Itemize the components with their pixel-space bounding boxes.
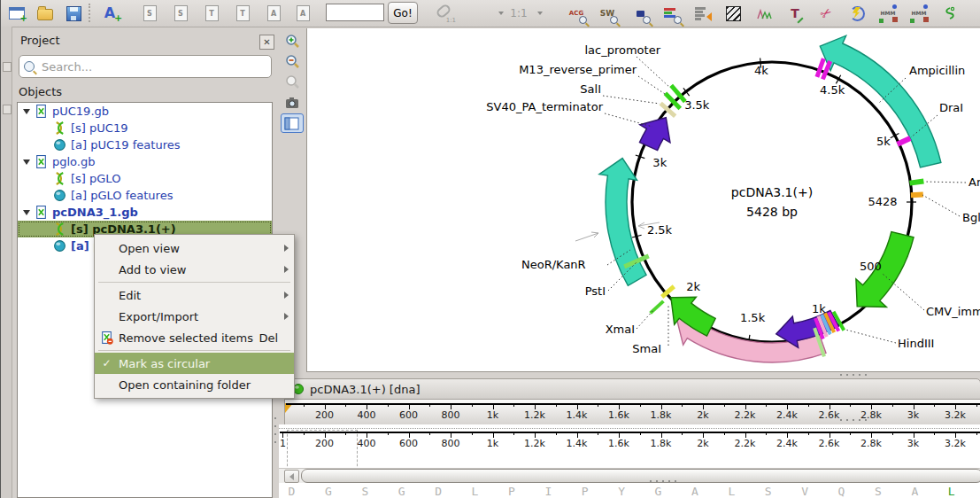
hmm-build-button[interactable]: HMM	[876, 2, 900, 25]
label-leader	[603, 96, 660, 104]
menu-item-label: Remove selected items	[119, 331, 259, 345]
overview-minor-tick	[598, 403, 598, 407]
tree-item-a-puc19-features[interactable]: [a] pUC19 features	[18, 136, 272, 153]
splitter-handle[interactable]	[840, 374, 867, 376]
sitecon-button[interactable]	[938, 2, 962, 25]
cloning-button[interactable]: ✂	[814, 2, 838, 25]
tree-item-s-pglo[interactable]: [s] pGLO	[18, 170, 272, 187]
project-search-box[interactable]	[19, 55, 272, 78]
hmm-search-button[interactable]: HMM	[907, 2, 931, 25]
vertical-splitter-handle[interactable]	[274, 417, 276, 447]
visible-range-box[interactable]	[287, 430, 358, 471]
feature-label-sali[interactable]: SalI	[580, 82, 601, 96]
feature-label-ampicillin[interactable]: Ampicillin	[909, 64, 965, 77]
site-mark[interactable]	[911, 194, 923, 195]
find-pattern-acg-button[interactable]: ACG	[564, 2, 589, 25]
splitter-handle[interactable]	[650, 480, 676, 482]
tree-item-pcdna3-1-gb[interactable]: pcDNA3_1.gb	[18, 204, 272, 221]
menu-item-open-view[interactable]: Open view	[95, 237, 294, 259]
doc-tool-s2-button[interactable]: S	[168, 2, 193, 25]
blue-dot-icon	[923, 4, 928, 9]
find-annotation-button[interactable]	[628, 2, 652, 25]
doc-tool-s1-button[interactable]: S	[137, 2, 162, 25]
remove-document-icon	[95, 331, 119, 345]
detail-minor-tick	[429, 432, 430, 435]
zoom-to-selection-button[interactable]: 1:1	[431, 2, 456, 25]
flag-icon	[637, 11, 644, 17]
chromatogram-button[interactable]	[752, 2, 776, 25]
sort-annotations-button[interactable]	[690, 2, 714, 25]
dotplot-button[interactable]	[721, 2, 745, 25]
tree-item-pglo-gb[interactable]: pglo.gb	[18, 153, 272, 170]
expand-arrow-icon[interactable]	[23, 109, 30, 114]
smith-waterman-button[interactable]: SW	[595, 2, 620, 25]
open-document-button[interactable]	[33, 2, 58, 25]
label-leader	[605, 113, 652, 127]
feature-label-bgl[interactable]: Bgl	[962, 211, 980, 224]
scrollbar-left-button[interactable]	[284, 470, 299, 483]
menu-item-open-containing-folder[interactable]: Open containing folder	[95, 374, 294, 395]
sequence-view-header[interactable]: pcDNA3.1(+) [dna]	[284, 378, 980, 400]
zoom-out-button[interactable]	[281, 52, 304, 72]
translation-letter: A	[909, 485, 921, 498]
feature-label-xmai[interactable]: XmaI	[606, 323, 635, 336]
save-project-button[interactable]	[61, 2, 86, 25]
detail-tick	[619, 432, 620, 438]
zoom-ratio-dropdown-button[interactable]	[534, 2, 546, 25]
scrollbar-thumb[interactable]	[301, 469, 980, 483]
detail-tick	[871, 432, 872, 438]
doc-tool-t1-button[interactable]: T	[199, 2, 224, 25]
feature-label-m13-reverse-primer[interactable]: M13_reverse_primer	[519, 63, 637, 76]
overview-minor-tick	[766, 403, 767, 407]
zoom-fit-button[interactable]	[281, 73, 304, 92]
menu-item-add-to-view[interactable]: Add to view	[95, 259, 294, 280]
feature-label-psti[interactable]: PstI	[585, 284, 606, 298]
find-alignment-button[interactable]	[659, 2, 683, 25]
tree-item-a-pglo-features[interactable]: [a] pGLO features	[18, 187, 272, 204]
sequence-view-title: pcDNA3.1(+) [dna]	[310, 383, 420, 396]
zoom-dropdown-button[interactable]	[495, 2, 507, 25]
overview-tick-label: 1.4k	[559, 409, 595, 421]
close-project-panel-button[interactable]: ✕	[259, 35, 274, 50]
project-search-input[interactable]	[40, 59, 271, 74]
feature-label-neor-kanr[interactable]: NeoR/KanR	[521, 258, 586, 271]
find-pattern-button[interactable]: A+	[97, 2, 122, 25]
overview-tick-label: 200	[307, 409, 343, 421]
green-square-icon	[910, 19, 914, 23]
dotplot-hatched-icon	[726, 6, 741, 21]
feature-label-smai[interactable]: SmaI	[632, 342, 661, 355]
edit-sequence-button[interactable]: T	[783, 2, 807, 25]
doc-tool-a2-button[interactable]: A	[290, 2, 315, 25]
toggle-restriction-panel-button[interactable]	[281, 113, 304, 133]
expand-arrow-icon[interactable]	[23, 160, 30, 165]
label-leader	[638, 76, 665, 94]
new-document-button[interactable]: +	[4, 2, 29, 25]
zoom-in-button[interactable]	[281, 32, 304, 51]
feature-label-drai[interactable]: DraI	[939, 101, 963, 114]
feature-label-sv40-pa-terminator[interactable]: SV40_PA_terminator	[486, 100, 603, 113]
new-window-icon: +	[9, 7, 25, 19]
go-button[interactable]: Go!	[388, 2, 418, 24]
doc-tool-a1-button[interactable]: A	[261, 2, 286, 25]
feature-label-lac-promoter[interactable]: lac_promoter	[584, 43, 660, 57]
label-leader	[924, 182, 966, 183]
tree-item-s-puc19[interactable]: [s] pUC19	[18, 120, 272, 136]
menu-item-edit[interactable]: Edit	[95, 284, 294, 306]
feature-label-hindiii[interactable]: HindIII	[898, 337, 934, 350]
tree-item-puc19-gb[interactable]: pUC19.gb	[18, 103, 272, 120]
expand-arrow-icon[interactable]	[23, 210, 30, 215]
position-input[interactable]	[326, 4, 384, 21]
doc-tool-t2-button[interactable]: T	[230, 2, 255, 25]
menu-item-export-import[interactable]: Export/Import	[95, 306, 294, 327]
plasmid-map[interactable]: 5001k1.5k2k2.5k3k3.5k4k4.5k5k5428lac_pro…	[307, 28, 980, 372]
menu-item-mark-as-circular[interactable]: ✓Mark as circular	[95, 353, 294, 374]
circular-view[interactable]: 5001k1.5k2k2.5k3k3.5k4k4.5k5k5428lac_pro…	[306, 28, 980, 372]
site-mark[interactable]	[898, 138, 911, 144]
export-image-button[interactable]	[281, 93, 304, 113]
feature-label-am[interactable]: Am	[968, 175, 980, 189]
feature-neor-kanr-arc[interactable]	[599, 159, 646, 286]
site-mark[interactable]	[910, 181, 924, 183]
primers-button[interactable]	[845, 2, 869, 25]
feature-label-cmv-imm[interactable]: CMV_imm	[926, 305, 980, 318]
menu-item-remove-selected-items[interactable]: Remove selected itemsDel	[95, 327, 294, 348]
